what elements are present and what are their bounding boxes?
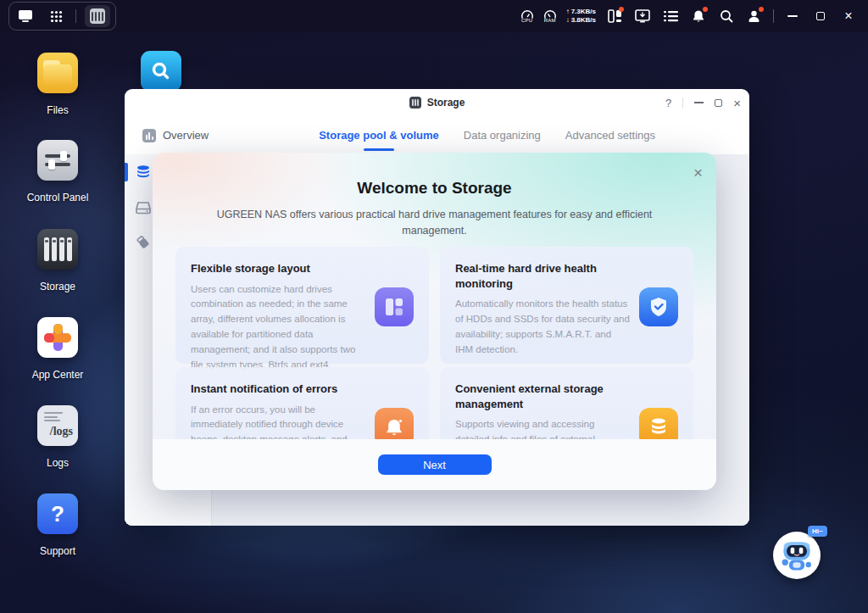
desktop-icon-files[interactable]: Files <box>17 53 98 116</box>
alert-bell-icon <box>375 408 414 440</box>
card-title: Instant notification of errors <box>191 382 366 397</box>
tab-advanced-settings[interactable]: Advanced settings <box>565 116 655 154</box>
card-description: Users can customize hard drives combinat… <box>191 282 366 373</box>
desktop-icon-support[interactable]: ? Support <box>17 493 98 557</box>
help-button[interactable]: ? <box>665 97 671 109</box>
remote-display-icon[interactable] <box>633 6 652 26</box>
user-account-icon[interactable] <box>745 6 764 26</box>
storage-app-icon <box>90 8 105 24</box>
database-icon <box>639 408 678 440</box>
desktop-icon-logs[interactable]: /logs Logs <box>17 405 98 469</box>
desktop-icon-label: Logs <box>47 457 69 469</box>
taskbar-left-group <box>8 2 116 31</box>
desktop-icon-label: Support <box>40 545 75 557</box>
storage-window-icon <box>409 97 421 109</box>
task-queue-icon[interactable] <box>661 6 680 26</box>
network-speed: ↑7.3KB/s ↓3.8KB/s <box>566 8 596 25</box>
overview-icon <box>142 129 156 142</box>
card-health-monitoring: Real-time hard drive health monitoring A… <box>440 247 693 364</box>
control-panel-icon <box>37 140 78 181</box>
modal-footer: Next <box>153 439 716 490</box>
storage-pool-icon[interactable] <box>135 164 152 181</box>
minimize-all-button[interactable] <box>783 6 802 26</box>
desktop-icon[interactable] <box>14 6 36 26</box>
cpu-label: CPU <box>521 18 532 23</box>
card-error-notification: Instant notification of errors If an err… <box>175 367 429 439</box>
storage-drives-icon <box>37 229 78 270</box>
desktop-icon-label: Control Panel <box>27 192 89 203</box>
tab-label: Advanced settings <box>565 129 655 142</box>
tabs: Storage pool & volume Data organizing Ad… <box>319 116 655 154</box>
upload-arrow-icon: ↑ <box>566 8 570 16</box>
taskbar-separator <box>75 9 76 23</box>
widgets-icon[interactable] <box>605 6 624 26</box>
window-close-button[interactable]: × <box>733 96 741 110</box>
window-title: Storage <box>427 97 465 109</box>
notification-dot <box>619 7 624 12</box>
welcome-modal: × Welcome to Storage UGREEN NAS offers v… <box>153 153 716 490</box>
sidebar-item-overview[interactable]: Overview <box>142 129 209 142</box>
ram-gauge[interactable]: RAM <box>543 10 557 23</box>
top-taskbar: CPU RAM ↑7.3KB/s ↓3.8KB/s <box>0 0 868 32</box>
window-tabrow: Overview Storage pool & volume Data orga… <box>125 116 749 154</box>
tab-label: Data organizing <box>464 129 541 142</box>
app-center-icon <box>37 317 78 358</box>
desktop-icon-search-app[interactable] <box>141 51 181 92</box>
tab-storage-pool-volume[interactable]: Storage pool & volume <box>319 116 439 154</box>
question-glyph: ? <box>51 501 64 527</box>
desktop-icon-control-panel[interactable]: Control Panel <box>17 140 98 203</box>
active-rail-indicator <box>125 163 128 181</box>
tab-label: Storage pool & volume <box>319 129 439 142</box>
shield-check-icon <box>639 287 678 326</box>
taskbar-right-group: CPU RAM ↑7.3KB/s ↓3.8KB/s <box>520 0 868 32</box>
window-minimize-button[interactable] <box>694 102 704 103</box>
taskbar-storage-app-button[interactable] <box>85 5 110 27</box>
modal-close-icon[interactable]: × <box>693 164 703 181</box>
card-title: Convenient external storage management <box>455 382 631 411</box>
maximize-button[interactable] <box>811 6 830 26</box>
desktop-icon-label: App Center <box>32 369 84 381</box>
modal-title: Welcome to Storage <box>153 179 716 198</box>
hard-drive-icon[interactable] <box>135 199 152 216</box>
layout-icon <box>375 287 414 326</box>
next-button[interactable]: Next <box>378 454 492 475</box>
card-title: Flexible storage layout <box>191 261 366 276</box>
notification-dot <box>759 7 764 12</box>
desktop-icon-storage[interactable]: Storage <box>17 229 98 293</box>
taskbar-separator <box>773 9 774 23</box>
tab-data-organizing[interactable]: Data organizing <box>464 116 541 154</box>
search-icon[interactable] <box>717 6 736 26</box>
modal-subtitle: UGREEN NAS offers various practical hard… <box>194 207 676 240</box>
window-titlebar[interactable]: Storage ? × <box>125 89 749 116</box>
logs-icon: /logs <box>37 405 78 446</box>
titlebar-separator <box>682 98 683 109</box>
usb-device-icon[interactable] <box>135 234 152 251</box>
window-maximize-button[interactable] <box>715 99 722 107</box>
desktop-icon-label: Files <box>47 104 68 116</box>
app-grid-icon[interactable] <box>45 6 67 26</box>
active-tab-underline <box>364 148 394 151</box>
desktop-icon-app-center[interactable]: App Center <box>17 317 98 381</box>
support-icon: ? <box>37 493 78 534</box>
card-title: Real-time hard drive health monitoring <box>455 261 631 291</box>
download-speed: 3.8KB/s <box>571 16 596 25</box>
close-button[interactable]: × <box>839 6 858 26</box>
assistant-mascot[interactable]: Hi~ <box>773 532 821 579</box>
magnifier-icon <box>150 60 172 82</box>
desktop-icon-label: Storage <box>40 281 75 293</box>
overview-label: Overview <box>163 129 209 142</box>
upload-speed: 7.3KB/s <box>571 8 596 16</box>
card-description: If an error occurs, you will be immediat… <box>191 403 366 439</box>
card-external-storage: Convenient external storage management S… <box>440 367 693 439</box>
logs-glyph: /logs <box>50 425 73 438</box>
bell-icon[interactable] <box>689 6 708 26</box>
card-description: Automatically monitors the health status… <box>455 297 631 357</box>
download-arrow-icon: ↓ <box>566 16 570 25</box>
robot-icon <box>778 537 815 574</box>
feature-cards: Flexible storage layout Users can custom… <box>175 247 693 439</box>
card-flexible-storage-layout: Flexible storage layout Users can custom… <box>175 247 429 364</box>
cpu-gauge[interactable]: CPU <box>520 10 534 23</box>
notification-dot <box>703 7 708 12</box>
ram-label: RAM <box>544 18 556 23</box>
files-icon <box>37 53 78 93</box>
